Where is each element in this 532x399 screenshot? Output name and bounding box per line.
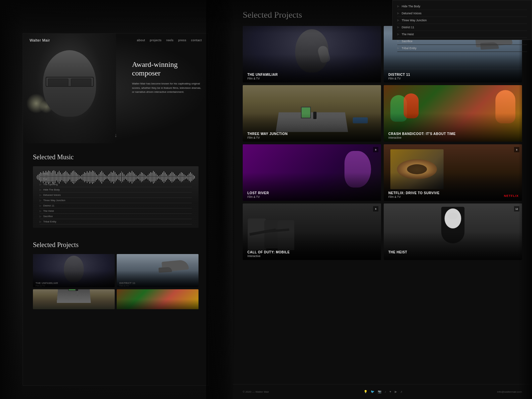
- projects-grid-main: THE UNFAMILIAR Film & TV DISTRICT 11 Fil…: [243, 26, 522, 260]
- project-card-twj[interactable]: THREE WAY JUNCTION Film & TV: [243, 85, 381, 142]
- track-twj[interactable]: Three Way Junction: [40, 198, 192, 203]
- cod-title: CALL OF DUTY: MOBILE: [247, 250, 290, 254]
- heist-badge: 12: [514, 206, 519, 211]
- lostriver-badge: 9: [373, 147, 378, 152]
- twj-title: THREE WAY JUNCTION: [247, 132, 288, 136]
- track-tribal[interactable]: Tribal Entity: [40, 219, 192, 224]
- track-sacrifice[interactable]: Sacrifice: [40, 214, 192, 219]
- project-card-netflix[interactable]: 9 NETFLIX NETFLIX: DRIVE TO SURVIVE Film…: [384, 144, 522, 201]
- unfamiliar-title: THE UNFAMILIAR: [247, 73, 278, 76]
- twj-category: Film & TV: [247, 136, 260, 139]
- project-card-district11-small[interactable]: DISTRICT 11 Film & TV: [117, 254, 199, 287]
- project-card-cod[interactable]: 9 CALL OF DUTY: MOBILE Interactive: [243, 203, 381, 260]
- projects-row-partial: [33, 289, 199, 309]
- footer: © 2020 — Walter Mair 💡 🐦 📷 ♪ ♥ ▶ ♬ info@…: [233, 384, 532, 399]
- crash-category: Interactive: [388, 136, 401, 139]
- music-icon[interactable]: ♬: [400, 390, 403, 393]
- navigation: Walter Mair about projects reels press c…: [23, 34, 208, 47]
- cod-badge: 9: [373, 206, 378, 211]
- vimeo-icon[interactable]: ▶: [395, 390, 397, 393]
- track-hero[interactable]: Hero: [40, 171, 192, 177]
- track-noir[interactable]: Noir: [40, 177, 192, 182]
- project-card-twj-partial[interactable]: [33, 289, 115, 309]
- project-card-unfamiliar-small[interactable]: THE UNFAMILIAR Film & TV: [33, 254, 115, 287]
- dropdown-item[interactable]: The Heist: [397, 31, 527, 38]
- track-detuned[interactable]: Detuned Voices: [40, 193, 192, 198]
- projects-section-title-small: Selected Projects: [33, 241, 199, 249]
- dropdown-item[interactable]: Hide The Body: [397, 3, 527, 10]
- dropdown-items: Hide The Body Detuned Voices Three Way J…: [393, 0, 532, 55]
- heart-icon[interactable]: ♥: [389, 390, 391, 393]
- project-card-crash-partial[interactable]: [117, 289, 199, 309]
- projects-grid-small: THE UNFAMILIAR Film & TV DISTRICT 11 Fil…: [33, 254, 199, 287]
- lostriver-category: Film & TV: [247, 195, 260, 199]
- project-card-crash[interactable]: CRASH BANDICOOT: IT'S ABOUT TIME Interac…: [384, 85, 522, 142]
- dropdown-item[interactable]: Three Way Junction: [397, 17, 527, 24]
- spotify-icon[interactable]: ♪: [385, 390, 386, 393]
- music-player[interactable]: Hero Noir The Opening Hide The Body Detu…: [33, 166, 199, 228]
- netflix-logo: NETFLIX: [504, 194, 519, 198]
- track-hide[interactable]: Hide The Body: [40, 187, 192, 193]
- nav-links: about projects reels press contact: [137, 39, 202, 42]
- nav-press[interactable]: press: [178, 39, 187, 42]
- track-list: Hero Noir The Opening Hide The Body Detu…: [40, 171, 192, 224]
- track-heist[interactable]: The Heist: [40, 208, 192, 214]
- project-card-lostriver[interactable]: 9 LOST RIVER Film & TV: [243, 144, 381, 201]
- nav-about[interactable]: about: [137, 39, 145, 42]
- site-logo[interactable]: Walter Mair: [30, 38, 50, 42]
- dropdown-item[interactable]: Detuned Voices: [397, 10, 527, 17]
- project-card-heist[interactable]: 12 THE HEIST: [384, 203, 522, 260]
- hero-portrait: [23, 34, 116, 143]
- dropdown-item[interactable]: Tribal Entity: [397, 45, 527, 52]
- selected-music-section: Selected Music: [23, 143, 208, 234]
- dropdown-item[interactable]: Sacrifice: [397, 38, 527, 45]
- nav-projects[interactable]: projects: [150, 39, 162, 42]
- bulb-icon[interactable]: 💡: [364, 390, 367, 393]
- nav-contact[interactable]: contact: [191, 39, 202, 42]
- track-district[interactable]: District 11: [40, 203, 192, 208]
- cod-category: Interactive: [247, 254, 260, 258]
- hero-section: Walter Mair about projects reels press c…: [23, 34, 208, 143]
- dropdown-menu: Hide The Body Detuned Voices Three Way J…: [392, 0, 532, 40]
- track-opening[interactable]: The Opening: [40, 182, 192, 187]
- heist-title: THE HEIST: [388, 250, 407, 254]
- nav-reels[interactable]: reels: [166, 39, 174, 42]
- footer-email[interactable]: info@waltermair.com: [497, 390, 522, 393]
- netflix-category: Film & TV: [388, 195, 401, 199]
- hero-description: Walter Mair has become known for his cap…: [132, 82, 202, 94]
- footer-social-icons: 💡 🐦 📷 ♪ ♥ ▶ ♬: [364, 390, 403, 393]
- netflix-title: NETFLIX: DRIVE TO SURVIVE: [388, 191, 440, 195]
- hero-title: Award-winning composer: [132, 60, 202, 78]
- crash-title: CRASH BANDICOOT: IT'S ABOUT TIME: [388, 132, 456, 136]
- lostriver-title: LOST RIVER: [247, 191, 269, 195]
- selected-projects-section-small: Selected Projects THE UNFAMILIAR Film & …: [23, 234, 208, 316]
- district11-title: DISTRICT 11: [388, 73, 410, 76]
- dropdown-item[interactable]: District 11: [397, 24, 527, 31]
- unfamiliar-category: Film & TV: [247, 77, 260, 80]
- instagram-icon[interactable]: 📷: [378, 390, 381, 393]
- right-panel: Selected Projects THE UNFAMILIAR Film & …: [233, 0, 532, 399]
- left-website-panel: Walter Mair about projects reels press c…: [23, 33, 209, 386]
- netflix-badge: 9: [514, 147, 519, 152]
- music-section-title: Selected Music: [33, 153, 199, 161]
- hero-text: Award-winning composer Walter Mair has b…: [132, 60, 202, 94]
- footer-copyright: © 2020 — Walter Mair: [243, 390, 269, 393]
- project-card-unfamiliar[interactable]: THE UNFAMILIAR Film & TV: [243, 26, 381, 82]
- twitter-icon[interactable]: 🐦: [371, 390, 374, 393]
- scroll-arrow: ↓: [114, 132, 117, 138]
- district11-category: Film & TV: [388, 77, 401, 80]
